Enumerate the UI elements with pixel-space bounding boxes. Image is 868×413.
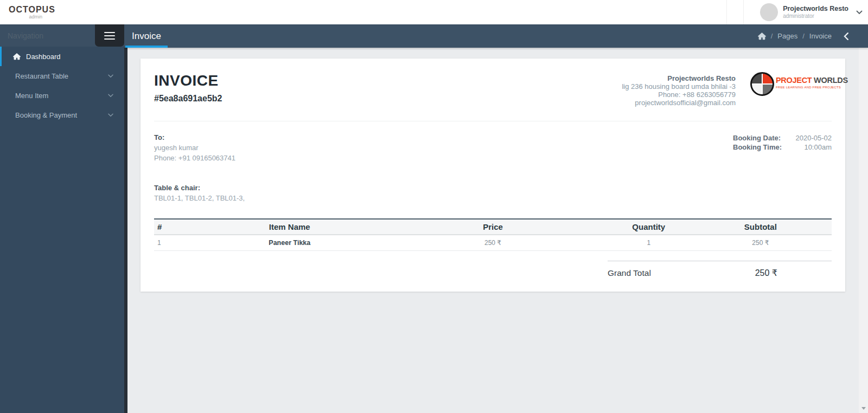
sidebar-item-menu-item[interactable]: Menu Item bbox=[0, 86, 124, 105]
app-logo-text: OCTOPUS bbox=[9, 5, 42, 14]
logo-brand-left: PROJECT bbox=[776, 76, 812, 85]
table-header-row: # Item Name Price Quantity Subtotal bbox=[154, 219, 832, 235]
booking-time-label: Booking Time: bbox=[733, 143, 782, 152]
topbar: OCTOPUS admin Projectworlds Resto admini… bbox=[0, 0, 868, 24]
home-icon bbox=[13, 53, 21, 60]
invoice-header: INVOICE #5ea8a691ae5b2 Projectworlds Res… bbox=[154, 72, 832, 107]
company-email: projectworldsofficial@gmail.com bbox=[622, 99, 736, 107]
home-icon[interactable] bbox=[758, 33, 766, 40]
chevron-down-icon bbox=[856, 10, 863, 15]
page-title: Invoice bbox=[132, 31, 161, 42]
booking-date-label: Booking Date: bbox=[733, 133, 781, 143]
section-divider bbox=[154, 121, 832, 121]
booking-time-value: 10:00am bbox=[804, 143, 832, 152]
breadcrumb: / Pages / Invoice bbox=[758, 32, 868, 40]
col-header-price: Price bbox=[378, 219, 608, 235]
col-header-index: # bbox=[154, 219, 201, 235]
grand-total-row: Grand Total 250 ₹ bbox=[608, 261, 832, 278]
sidebar-item-label: Dashboard bbox=[26, 53, 61, 61]
content-area: INVOICE #5ea8a691ae5b2 Projectworlds Res… bbox=[127, 48, 859, 413]
invoice-card: INVOICE #5ea8a691ae5b2 Projectworlds Res… bbox=[141, 59, 845, 292]
company-phone: Phone: +88 6263056779 bbox=[622, 91, 736, 99]
scroll-down-arrow-icon[interactable] bbox=[861, 407, 866, 410]
sidebar-toggle-button[interactable] bbox=[95, 24, 124, 47]
company-address: lig 236 housing board umda bhilai -3 bbox=[622, 82, 736, 91]
col-header-item-name: Item Name bbox=[201, 219, 378, 235]
chevron-left-icon[interactable] bbox=[844, 33, 848, 40]
cell-price: 250 ₹ bbox=[378, 235, 608, 251]
col-header-quantity: Quantity bbox=[608, 219, 690, 235]
company-info: Projectworlds Resto lig 236 housing boar… bbox=[622, 74, 736, 107]
customer-phone: Phone: +91 09165063741 bbox=[154, 154, 235, 162]
invoice-title: INVOICE bbox=[154, 72, 222, 89]
sidebar-item-booking-payment[interactable]: Booking & Payment bbox=[0, 105, 124, 125]
vertical-scrollbar[interactable] bbox=[859, 48, 868, 413]
title-underline bbox=[125, 46, 168, 48]
breadcrumb-separator: / bbox=[771, 32, 773, 40]
sidebar: Dashboard Restaurant Table Menu Item Boo… bbox=[0, 24, 124, 413]
cell-item-name: Paneer Tikka bbox=[201, 235, 378, 251]
booking-info-block: Booking Date: 2020-05-02 Booking Time: 1… bbox=[733, 133, 832, 162]
chevron-down-icon bbox=[108, 94, 113, 98]
user-menu[interactable]: Projectworlds Resto administrator bbox=[760, 3, 868, 21]
chevron-down-icon bbox=[108, 113, 113, 117]
table-chair-block: Table & chair: TBL01-1, TBL01-2, TBL01-3… bbox=[154, 184, 832, 202]
logo-tagline: FREE LEARNING AND FREE PROJECTS bbox=[776, 84, 848, 91]
topbar-divider bbox=[743, 0, 744, 24]
sidebar-menu: Dashboard Restaurant Table Menu Item Boo… bbox=[0, 47, 124, 125]
table-row: 1 Paneer Tikka 250 ₹ 1 250 ₹ bbox=[154, 235, 832, 251]
sidebar-search-input[interactable] bbox=[8, 31, 84, 40]
cell-index: 1 bbox=[154, 235, 201, 251]
app-logo-subtext: admin bbox=[9, 14, 42, 20]
user-avatar bbox=[760, 3, 778, 21]
col-header-subtotal: Subtotal bbox=[690, 219, 832, 235]
grand-total-value: 250 ₹ bbox=[755, 268, 777, 278]
sidebar-item-dashboard[interactable]: Dashboard bbox=[0, 47, 124, 66]
company-logo-icon bbox=[750, 72, 774, 96]
breadcrumb-pages[interactable]: Pages bbox=[777, 32, 797, 40]
sidebar-item-restaurant-table[interactable]: Restaurant Table bbox=[0, 66, 124, 86]
page-header: Invoice / Pages / Invoice bbox=[124, 24, 868, 48]
customer-name: yugesh kumar bbox=[154, 144, 235, 152]
breadcrumb-separator: / bbox=[802, 32, 805, 40]
sidebar-edge-divider bbox=[124, 24, 127, 413]
billed-to-block: To: yugesh kumar Phone: +91 09165063741 bbox=[154, 133, 235, 162]
sidebar-item-label: Restaurant Table bbox=[15, 72, 68, 80]
chevron-down-icon bbox=[108, 74, 113, 78]
invoice-items-table: # Item Name Price Quantity Subtotal 1 Pa… bbox=[154, 218, 832, 251]
company-logo: PROJECT WORLDS FREE LEARNING AND FREE PR… bbox=[750, 72, 832, 96]
topbar-right: Projectworlds Resto administrator bbox=[726, 0, 868, 24]
table-chair-label: Table & chair: bbox=[154, 184, 832, 192]
sidebar-item-label: Menu Item bbox=[15, 92, 48, 100]
breadcrumb-current: Invoice bbox=[809, 32, 832, 40]
grand-total-label: Grand Total bbox=[608, 268, 651, 278]
cell-subtotal: 250 ₹ bbox=[690, 235, 832, 251]
to-label: To: bbox=[154, 133, 235, 141]
user-role: administrator bbox=[783, 12, 848, 20]
table-chair-value: TBL01-1, TBL01-2, TBL01-3, bbox=[154, 194, 832, 202]
booking-date-value: 2020-05-02 bbox=[796, 133, 832, 143]
cell-quantity: 1 bbox=[608, 235, 690, 251]
sidebar-item-label: Booking & Payment bbox=[15, 111, 77, 119]
app-logo[interactable]: OCTOPUS admin bbox=[9, 5, 42, 20]
company-name: Projectworlds Resto bbox=[622, 74, 736, 82]
invoice-number: #5ea8a691ae5b2 bbox=[154, 94, 222, 104]
logo-brand-right: WORLDS bbox=[812, 76, 847, 85]
user-name: Projectworlds Resto bbox=[783, 5, 848, 12]
